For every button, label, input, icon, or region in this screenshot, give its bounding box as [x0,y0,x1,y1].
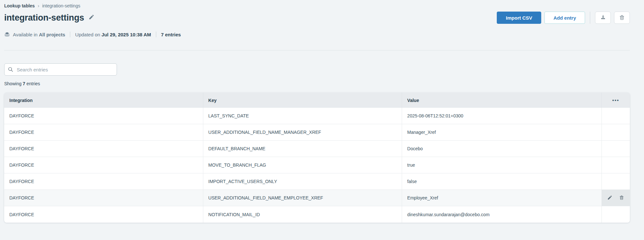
page-header: integration-settings Import CSV Add entr… [4,12,630,24]
ellipsis-icon: ••• [612,97,619,103]
add-entry-button[interactable]: Add entry [544,12,585,24]
search-input[interactable] [4,63,117,76]
row-actions-cell [602,206,630,223]
breadcrumb-link-lookup-tables[interactable]: Lookup tables [4,3,35,8]
entries-table: Integration Key Value ••• DAYFORCE LAST_… [4,93,630,223]
table-row[interactable]: DAYFORCE USER_ADDITIONAL_FIELD_NAME_MANA… [4,124,630,141]
table-meta: Available in All projects Updated on Jul… [4,32,630,37]
cell-value: dineshkumar.sundararajan@docebo.com [402,206,601,223]
row-actions-cell [602,141,630,157]
column-header-value[interactable]: Value [402,93,601,108]
import-csv-button[interactable]: Import CSV [497,12,541,24]
row-actions-cell [602,190,630,206]
table-body: DAYFORCE LAST_SYNC_DATE 2025-08-06T12:52… [4,108,630,223]
trash-icon [619,196,624,201]
download-icon [600,14,606,21]
cell-value: Manager_Xref [402,124,601,141]
edit-row-button[interactable] [606,194,613,202]
showing-count-number: 7 [23,81,25,86]
cell-key: USER_ADDITIONAL_FIELD_NAME_MANAGER_XREF [203,124,402,141]
export-csv-button[interactable] [595,12,611,24]
cell-value: false [402,173,601,190]
cell-integration: DAYFORCE [4,124,203,141]
breadcrumb-current-page: integration-settings [42,3,80,8]
delete-row-button[interactable] [618,194,625,202]
availability-label: Available in All projects [13,32,65,37]
column-settings-button[interactable]: ••• [602,93,630,108]
trash-icon [619,14,625,21]
section-divider [4,50,630,51]
search-box [4,63,117,76]
availability-value: All projects [39,32,65,37]
cell-integration: DAYFORCE [4,173,203,190]
cell-key: USER_ADDITIONAL_FIELD_NAME_EMPLOYEE_XREF [203,190,402,206]
cell-value: Docebo [402,141,601,157]
chevron-right-icon: › [38,3,39,8]
table-row[interactable]: DAYFORCE NOTIFICATION_MAIL_ID dineshkuma… [4,206,630,223]
cell-key: DEFAULT_BRANCH_NAME [203,141,402,157]
header-actions: Import CSV Add entry [497,12,630,24]
cell-value: 2025-08-06T12:52:01+0300 [402,108,601,124]
table-row[interactable]: DAYFORCE LAST_SYNC_DATE 2025-08-06T12:52… [4,108,630,124]
updated-value: Jul 29, 2025 10:38 AM [101,32,151,37]
layers-stack-icon [4,32,10,37]
table-row[interactable]: DAYFORCE MOVE_TO_BRANCH_FLAG true [4,157,630,173]
pencil-icon [607,196,612,201]
table-row[interactable]: DAYFORCE DEFAULT_BRANCH_NAME Docebo [4,141,630,157]
table-header-row: Integration Key Value ••• [4,93,630,108]
row-actions-cell [602,124,630,141]
entries-count: 7 entries [161,32,181,37]
showing-count: Showing 7 entries [4,81,630,86]
row-actions-cell [602,157,630,173]
meta-divider [156,32,156,37]
cell-integration: DAYFORCE [4,141,203,157]
button-group-divider [590,12,590,24]
row-actions-cell [602,108,630,124]
entries-table-card: Integration Key Value ••• DAYFORCE LAST_… [4,93,630,223]
cell-integration: DAYFORCE [4,108,203,124]
title-wrap: integration-settings [4,13,95,23]
meta-divider [70,32,70,37]
cell-value: Employee_Xref [402,190,601,206]
edit-title-button[interactable] [88,14,95,22]
table-row[interactable]: DAYFORCE IMPORT_ACTIVE_USERS_ONLY false [4,173,630,190]
lookup-table-page: Lookup tables › integration-settings int… [0,0,644,223]
cell-value: true [402,157,601,173]
cell-key: NOTIFICATION_MAIL_ID [203,206,402,223]
breadcrumb: Lookup tables › integration-settings [4,0,630,8]
delete-table-button[interactable] [614,12,630,24]
row-actions-cell [602,173,630,190]
cell-integration: DAYFORCE [4,190,203,206]
updated-label: Updated on Jul 29, 2025 10:38 AM [75,32,151,37]
column-header-integration[interactable]: Integration [4,93,203,108]
cell-key: LAST_SYNC_DATE [203,108,402,124]
cell-integration: DAYFORCE [4,157,203,173]
table-row[interactable]: DAYFORCE USER_ADDITIONAL_FIELD_NAME_EMPL… [4,190,630,206]
page-title: integration-settings [4,13,84,23]
column-header-key[interactable]: Key [203,93,402,108]
pencil-icon [89,14,94,21]
cell-key: IMPORT_ACTIVE_USERS_ONLY [203,173,402,190]
cell-key: MOVE_TO_BRANCH_FLAG [203,157,402,173]
cell-integration: DAYFORCE [4,206,203,223]
